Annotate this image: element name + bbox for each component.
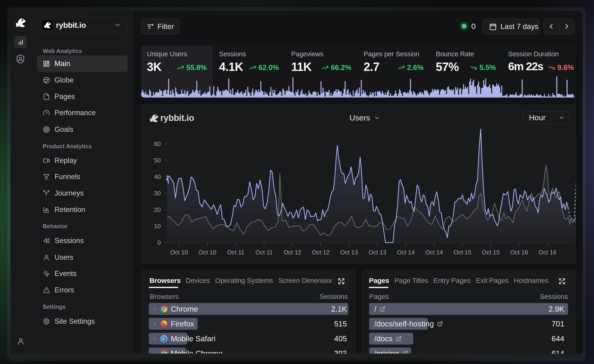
svg-text:Oct 13: Oct 13 [340, 249, 358, 256]
svg-text:Oct 15: Oct 15 [482, 249, 500, 256]
svg-text:Oct 10: Oct 10 [170, 249, 188, 256]
svg-text:Oct 11: Oct 11 [256, 249, 273, 256]
svg-text:0: 0 [158, 239, 161, 246]
svg-text:30: 30 [154, 190, 161, 197]
svg-text:Oct 16: Oct 16 [539, 249, 556, 256]
svg-text:Oct 14: Oct 14 [397, 249, 415, 256]
svg-text:Oct 12: Oct 12 [284, 249, 301, 256]
svg-text:60: 60 [154, 140, 161, 147]
svg-text:Oct 15: Oct 15 [454, 249, 472, 256]
svg-text:Oct 16: Oct 16 [510, 249, 528, 256]
svg-text:20: 20 [154, 206, 161, 213]
svg-text:Oct 14: Oct 14 [425, 249, 443, 256]
svg-text:Oct 12: Oct 12 [312, 249, 330, 256]
svg-text:Oct 13: Oct 13 [368, 249, 386, 256]
svg-text:10: 10 [154, 223, 161, 230]
svg-text:Oct 11: Oct 11 [227, 249, 244, 256]
svg-text:Oct 10: Oct 10 [199, 249, 216, 256]
svg-text:50: 50 [154, 157, 161, 164]
svg-text:40: 40 [154, 173, 161, 180]
